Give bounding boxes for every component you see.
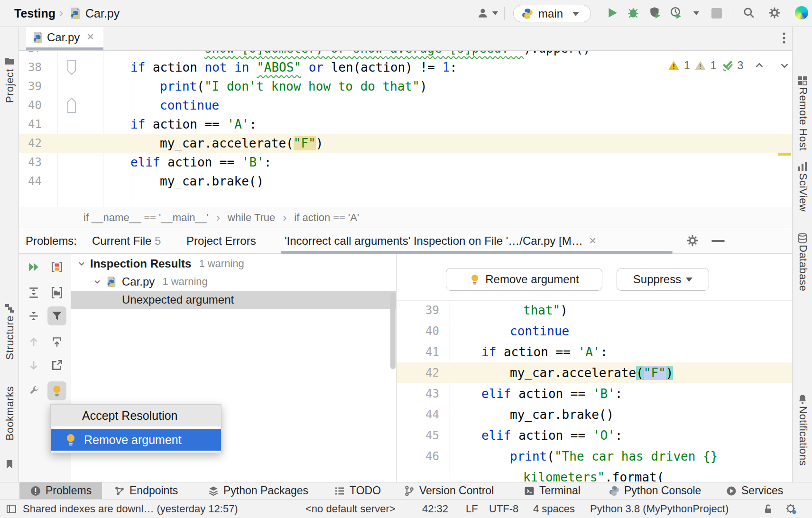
toolwindow-button-python-console[interactable]: Python Console bbox=[598, 482, 711, 499]
run-configuration-select[interactable]: main bbox=[513, 5, 591, 22]
line-number[interactable]: 44 bbox=[397, 404, 439, 425]
expand-all-button[interactable] bbox=[24, 283, 43, 302]
tab-inspection-results[interactable]: 'Incorrect call arguments' Inspection on… bbox=[285, 228, 596, 253]
breadcrumb-project[interactable]: Testing bbox=[14, 0, 55, 27]
line-number[interactable]: 41 bbox=[397, 342, 439, 362]
sidebar-item-sciview[interactable]: SciView bbox=[797, 173, 809, 212]
status-line-ending[interactable]: LF bbox=[466, 500, 478, 518]
quick-fix-wrench-icon[interactable] bbox=[24, 381, 43, 400]
fold-marker-icon[interactable] bbox=[66, 97, 77, 113]
sciview-icon[interactable] bbox=[797, 161, 808, 172]
next-problem-button[interactable] bbox=[24, 356, 43, 375]
line-number[interactable]: 43 bbox=[397, 383, 439, 404]
user-icon[interactable] bbox=[477, 7, 489, 19]
panel-settings-gear-icon[interactable] bbox=[686, 234, 699, 247]
code-line[interactable]: continue bbox=[510, 321, 569, 342]
line-number[interactable]: 42 bbox=[19, 134, 42, 153]
filter-button[interactable] bbox=[47, 306, 66, 325]
severity-filter-button[interactable] bbox=[47, 258, 66, 277]
line-number[interactable]: 41 bbox=[19, 115, 42, 134]
tree-scrollbar-thumb[interactable] bbox=[390, 293, 396, 369]
line-number[interactable]: 45 bbox=[397, 425, 439, 446]
profiler-button[interactable] bbox=[670, 6, 682, 18]
code-line[interactable]: continue bbox=[160, 96, 219, 115]
code-line[interactable]: if action == 'A': bbox=[130, 115, 257, 134]
code-line[interactable]: my_car.brake() bbox=[510, 404, 614, 425]
breadcrumb-file[interactable]: Car.py bbox=[85, 0, 120, 27]
tree-file-row[interactable]: Car.py 1 warning bbox=[93, 273, 208, 291]
code-line[interactable]: elif action == 'O': bbox=[481, 425, 622, 446]
collapse-all-button[interactable] bbox=[24, 306, 43, 325]
code-line[interactable]: elif action == 'B': bbox=[130, 153, 271, 172]
export-button[interactable] bbox=[47, 356, 66, 375]
status-caret-position[interactable]: 42:32 bbox=[422, 500, 448, 518]
run-with-coverage-button[interactable] bbox=[649, 6, 661, 18]
tab-close-icon[interactable]: × bbox=[87, 27, 94, 47]
line-number[interactable]: 39 bbox=[397, 300, 439, 321]
remove-argument-button[interactable]: Remove argument bbox=[446, 268, 602, 291]
sidebar-item-project[interactable]: Project bbox=[4, 69, 16, 103]
scrollbar-caret-mark[interactable] bbox=[778, 153, 791, 156]
tab-project-errors[interactable]: Project Errors bbox=[186, 228, 256, 253]
run-button[interactable] bbox=[606, 7, 618, 19]
line-number[interactable]: 46 bbox=[397, 446, 439, 467]
sidebar-item-notifications[interactable]: Notifications bbox=[797, 406, 809, 466]
bookmark-icon[interactable] bbox=[4, 459, 15, 470]
settings-gear-icon[interactable] bbox=[768, 7, 781, 19]
line-number[interactable]: 42 bbox=[397, 362, 439, 383]
toolwindow-button-todo[interactable]: TODO bbox=[323, 482, 391, 499]
breadcrumb-scope[interactable]: if action == 'A' bbox=[294, 212, 359, 224]
code-line[interactable]: print("The car has driven {} bbox=[510, 446, 718, 467]
status-indexing-message[interactable]: Shared indexes are downl… (yesterday 12:… bbox=[23, 500, 238, 518]
tab-carpy[interactable]: Car.py × bbox=[26, 27, 103, 47]
line-number[interactable]: 40 bbox=[397, 321, 439, 342]
inspections-widget[interactable]: 1 1 3 bbox=[668, 58, 790, 73]
database-icon[interactable] bbox=[797, 232, 808, 244]
code-line[interactable]: elif action == 'B': bbox=[481, 383, 622, 404]
structure-icon[interactable] bbox=[4, 302, 15, 314]
line-number[interactable]: 37 bbox=[19, 51, 42, 58]
pycharm-logo[interactable] bbox=[795, 6, 808, 19]
popup-header-accept-resolution[interactable]: Accept Resolution bbox=[51, 405, 221, 426]
line-number[interactable]: 44 bbox=[19, 172, 42, 191]
code-line[interactable]: if action not in "ABOS" or len(action) !… bbox=[130, 58, 457, 77]
problems-title[interactable]: Problems: bbox=[26, 228, 77, 253]
status-encoding[interactable]: UTF-8 bbox=[489, 500, 518, 518]
code-line[interactable]: kilometers".format( bbox=[523, 467, 664, 482]
indexing-settings-icon[interactable] bbox=[785, 503, 797, 515]
status-indent[interactable]: 4 spaces bbox=[533, 500, 575, 518]
tab-current-file[interactable]: Current File 5 bbox=[92, 228, 161, 253]
code-line[interactable]: show [o]dometer, or show average [s]peed… bbox=[204, 51, 591, 58]
search-icon[interactable] bbox=[743, 7, 755, 19]
sidebar-item-structure[interactable]: Structure bbox=[4, 315, 16, 360]
line-number[interactable]: 39 bbox=[19, 77, 42, 96]
breadcrumb-scope[interactable]: while True bbox=[228, 212, 275, 224]
breadcrumb-scope[interactable]: if __name__ == '__main__' bbox=[83, 212, 209, 224]
line-number[interactable]: 38 bbox=[19, 58, 42, 77]
sidebar-item-bookmarks[interactable]: Bookmarks bbox=[4, 386, 16, 441]
code-line[interactable]: that") bbox=[523, 300, 568, 321]
code-line[interactable]: my_car.accelerate("F") bbox=[160, 134, 323, 153]
quick-fix-bulb-button[interactable] bbox=[47, 381, 66, 400]
more-options-icon[interactable] bbox=[778, 31, 790, 45]
code-line[interactable]: my_car.brake() bbox=[160, 172, 264, 191]
open-in-preview-button[interactable] bbox=[47, 333, 66, 352]
line-number[interactable] bbox=[397, 467, 439, 482]
group-by-directory-button[interactable] bbox=[47, 283, 66, 302]
project-folder-icon[interactable] bbox=[4, 56, 15, 67]
user-dropdown-caret[interactable] bbox=[492, 11, 498, 15]
remote-host-icon[interactable] bbox=[797, 75, 808, 86]
status-default-server[interactable]: <no default server> bbox=[305, 500, 396, 518]
debug-button[interactable] bbox=[627, 6, 639, 18]
tab-close-icon[interactable]: × bbox=[589, 233, 596, 248]
line-number[interactable]: 40 bbox=[19, 96, 42, 115]
tree-root-row[interactable]: Inspection Results 1 warning bbox=[78, 255, 244, 273]
toolwindow-toggle-icon[interactable] bbox=[6, 503, 17, 515]
lock-icon[interactable] bbox=[763, 503, 774, 515]
tree-problem-row[interactable]: Unexpected argument bbox=[122, 291, 234, 309]
fold-marker-icon[interactable] bbox=[66, 59, 77, 75]
toolwindow-button-services[interactable]: Services bbox=[715, 482, 794, 499]
popup-item-remove-argument[interactable]: Remove argument bbox=[51, 429, 221, 451]
profiler-dropdown-caret[interactable] bbox=[693, 11, 699, 15]
sidebar-item-remote-host[interactable]: Remote Host bbox=[797, 87, 809, 151]
